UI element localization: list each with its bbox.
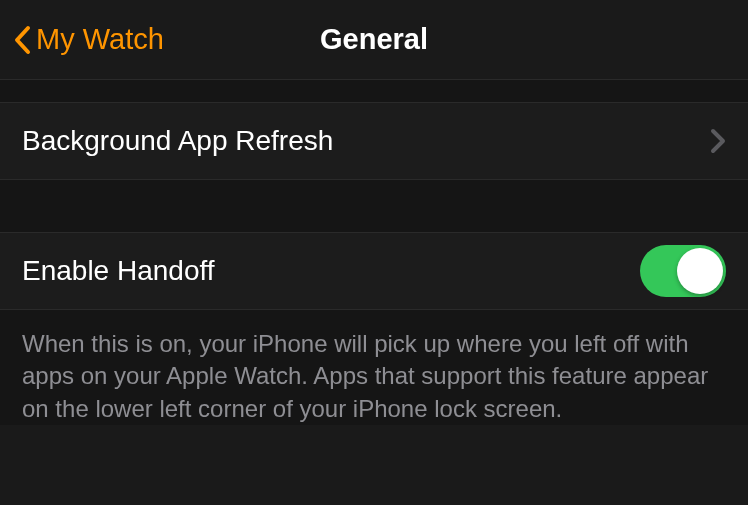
chevron-right-icon	[710, 128, 726, 154]
back-button[interactable]: My Watch	[0, 23, 164, 57]
section-separator	[0, 180, 748, 232]
navigation-header: My Watch General	[0, 0, 748, 80]
row-label: Enable Handoff	[22, 255, 215, 287]
section-separator	[0, 80, 748, 102]
background-app-refresh-row[interactable]: Background App Refresh	[0, 102, 748, 180]
toggle-knob	[677, 248, 723, 294]
back-label: My Watch	[36, 23, 164, 56]
chevron-left-icon	[12, 23, 32, 57]
enable-handoff-toggle[interactable]	[640, 245, 726, 297]
handoff-description: When this is on, your iPhone will pick u…	[0, 310, 748, 425]
row-label: Background App Refresh	[22, 125, 333, 157]
enable-handoff-row: Enable Handoff	[0, 232, 748, 310]
